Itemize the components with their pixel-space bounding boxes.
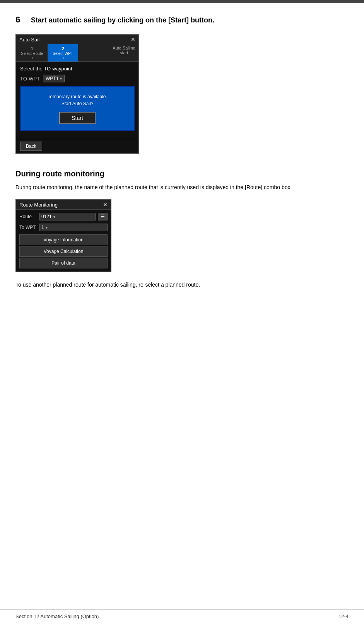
wpt-dropdown-arrow: ▾: [60, 77, 62, 81]
tab1-num: 1: [31, 46, 33, 51]
to-wpt-row: TO-WPT WPT1 ▾: [20, 75, 135, 82]
autosail-tab-2[interactable]: 2 Select WPT ›: [48, 44, 78, 62]
route-list-icon[interactable]: ☰: [98, 213, 108, 220]
during-route-para: During route monitoring, the name of the…: [15, 183, 349, 191]
tab2-label: Select WPT: [53, 51, 73, 56]
wpt-value: WPT1: [46, 76, 58, 81]
popup-line2: Start Auto Sail?: [62, 101, 94, 106]
to-wpt-row: To WPT 1 ▾: [19, 224, 108, 231]
autosail-title: Auto Sail: [19, 37, 39, 43]
autosail-tab-right: Auto Sailing start: [109, 44, 138, 62]
route-value: 0121: [41, 214, 52, 219]
routemon-title: Route Monitoring: [19, 202, 58, 208]
tab2-arrow: ›: [63, 56, 64, 60]
route-row: Route 0121 ▾ ☰: [19, 213, 108, 220]
routemon-buttons: Voyage Information Voyage Calculation Pa…: [19, 234, 108, 268]
route-select-arrow: ▾: [53, 215, 55, 219]
route-select[interactable]: 0121 ▾: [39, 213, 96, 220]
autosail-window: Auto Sail ✕ 1 Select Route › 2 Select WP…: [15, 34, 139, 154]
autosail-popup: Temporary route is available. Start Auto…: [20, 86, 135, 131]
bottom-text: To use another planned route for automat…: [15, 282, 349, 288]
tab1-label: Select Route: [21, 51, 43, 56]
waypoint-instruction: Select the TO-waypoint.: [20, 66, 135, 72]
page-footer: Section 12 Automatic Sailing (Option) 12…: [0, 609, 364, 619]
to-wpt-value: 1: [41, 225, 44, 230]
routemon-titlebar: Route Monitoring ✕: [16, 200, 111, 210]
to-wpt-select[interactable]: 1 ▾: [39, 224, 108, 231]
waypoint-label: Select the TO-waypoint.: [20, 66, 73, 72]
route-label: Route: [19, 214, 37, 219]
start-button[interactable]: Start: [59, 112, 96, 124]
footer-left: Section 12 Automatic Sailing (Option): [15, 613, 99, 619]
pair-of-data-button[interactable]: Pair of data: [19, 258, 108, 268]
back-button[interactable]: Back: [20, 142, 42, 151]
popup-text: Temporary route is available. Start Auto…: [27, 93, 128, 107]
to-wpt-arrow: ▾: [46, 226, 48, 230]
step-text: Start automatic sailing by clicking on t…: [31, 16, 214, 24]
voyage-calculation-button[interactable]: Voyage Calculation: [19, 246, 108, 257]
step-6-header: 6 Start automatic sailing by clicking on…: [15, 15, 349, 25]
routemon-window: Route Monitoring ✕ Route 0121 ▾ ☰ To WPT…: [15, 199, 111, 272]
popup-line1: Temporary route is available.: [48, 94, 107, 99]
autosail-titlebar: Auto Sail ✕: [16, 35, 138, 44]
voyage-information-button[interactable]: Voyage Information: [19, 234, 108, 245]
tab1-arrow: ›: [32, 56, 33, 60]
tab-right-sub: start: [120, 50, 128, 55]
tab2-num: 2: [62, 46, 64, 51]
routemon-body: Route 0121 ▾ ☰ To WPT 1 ▾ Voyage Informa…: [16, 210, 111, 272]
to-wpt-label: TO-WPT: [20, 76, 40, 82]
step-number: 6: [15, 15, 25, 25]
to-wpt-label: To WPT: [19, 225, 37, 230]
autosail-footer: Back: [16, 139, 138, 153]
top-border: [0, 0, 364, 3]
autosail-tab-1[interactable]: 1 Select Route ›: [16, 44, 48, 62]
tab-right-label: Auto Sailing: [113, 46, 135, 50]
footer-right: 12-4: [338, 613, 349, 619]
routemon-close-icon[interactable]: ✕: [103, 202, 108, 208]
autosail-tabs: 1 Select Route › 2 Select WPT › Auto Sai…: [16, 44, 138, 62]
autosail-body: Select the TO-waypoint. TO-WPT WPT1 ▾ Te…: [16, 62, 138, 139]
autosail-close-icon[interactable]: ✕: [131, 36, 135, 43]
during-route-heading: During route monitoring: [15, 169, 349, 178]
wpt-input[interactable]: WPT1 ▾: [43, 75, 65, 82]
